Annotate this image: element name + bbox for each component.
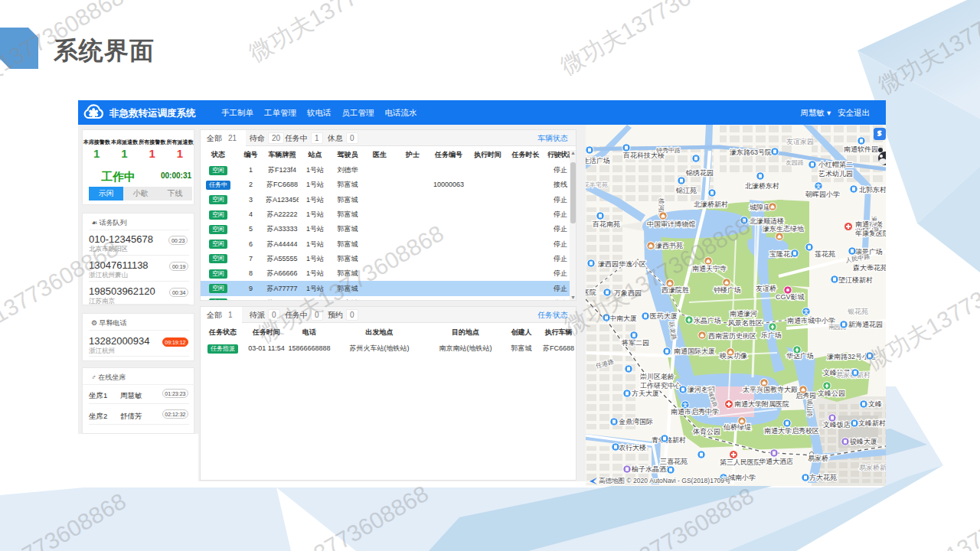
svg-text:文峰新村: 文峰新村 <box>858 419 886 427</box>
svg-text:仙桥绿堤: 仙桥绿堤 <box>723 423 751 431</box>
svg-text:水晶广场: 水晶广场 <box>694 317 721 324</box>
svg-text:锦绣花园: 锦绣花园 <box>685 169 714 177</box>
svg-text:花半宅苑: 花半宅苑 <box>586 181 608 188</box>
svg-text:西南营历史街区: 西南营历史街区 <box>708 332 756 340</box>
svg-text:工作研究中心: 工作研究中心 <box>640 382 681 390</box>
svg-text:三喜花苑: 三喜花苑 <box>660 458 688 465</box>
svg-text:濠东生态绿地: 濠东生态绿地 <box>763 225 804 233</box>
svg-text:濠西书苑: 濠西书苑 <box>655 242 683 249</box>
svg-text:钟秀中路: 钟秀中路 <box>655 147 681 154</box>
svg-text:乐广场: 乐广场 <box>760 331 782 339</box>
svg-text:医院: 医院 <box>586 289 596 296</box>
svg-text:风景名胜区: 风景名胜区 <box>728 319 763 327</box>
svg-text:北濠顺适楼: 北濠顺适楼 <box>750 217 784 225</box>
svg-text:将军二园: 将军二园 <box>621 339 649 347</box>
svg-text:西濠院胜: 西濠院胜 <box>662 286 689 294</box>
svg-text:南通国际大厦: 南通国际大厦 <box>674 347 715 355</box>
svg-text:北濠桥新村: 北濠桥新村 <box>694 201 728 208</box>
svg-text:中国审计博物馆: 中国审计博物馆 <box>647 220 695 228</box>
svg-text:城山路: 城山路 <box>806 398 813 417</box>
svg-text:新海通花园: 新海通花园 <box>848 321 883 328</box>
svg-text:南通市启秀中学: 南通市启秀中学 <box>671 408 719 416</box>
svg-text:太平兴国教寺大殿: 太平兴国教寺大殿 <box>743 386 798 393</box>
svg-text:骏峰大厦: 骏峰大厦 <box>850 438 877 445</box>
svg-text:方大花苑: 方大花苑 <box>809 474 837 481</box>
svg-text:华达广场: 华达广场 <box>786 352 814 360</box>
svg-text:友园路: 友园路 <box>786 159 804 166</box>
svg-text:森大蒂花苑南区: 森大蒂花苑南区 <box>853 264 886 272</box>
svg-text:南通大学启秀校区: 南通大学启秀校区 <box>764 427 819 435</box>
svg-text:城南小学: 城南小学 <box>727 474 756 481</box>
svg-text:百花南苑: 百花南苑 <box>592 220 620 228</box>
svg-text:南通软件园: 南通软件园 <box>844 145 878 153</box>
svg-text:濠西园华逸小区: 濠西园华逸小区 <box>598 260 646 268</box>
svg-text:锦江苑: 锦江苑 <box>675 187 697 194</box>
svg-text:第三人民医院: 第三人民医院 <box>720 458 761 466</box>
svg-text:农行大楼: 农行大楼 <box>619 444 646 452</box>
svg-text:医药大厦: 医药大厦 <box>650 312 678 320</box>
svg-text:青年路新村: 青年路新村 <box>652 436 686 444</box>
svg-text:濠东路63号院: 濠东路63号院 <box>730 148 772 156</box>
svg-text:友谊桥: 友谊桥 <box>756 285 776 292</box>
svg-text:莲花苑: 莲花苑 <box>815 250 835 258</box>
svg-text:北濠桥东村: 北濠桥东村 <box>745 182 779 190</box>
svg-text:南通濠河: 南通濠河 <box>730 310 757 318</box>
svg-text:文峰饭店: 文峰饭店 <box>823 421 851 429</box>
svg-text:银花苑: 银花苑 <box>848 308 868 315</box>
svg-text:小红帽第二: 小红帽第二 <box>818 161 853 168</box>
svg-text:北郭东村北: 北郭东村北 <box>859 186 886 194</box>
svg-text:城隍庙: 城隍庙 <box>749 204 770 211</box>
svg-text:南通天宁寺: 南通天宁寺 <box>692 265 727 272</box>
svg-text:钟楼广场: 钟楼广场 <box>714 286 741 294</box>
svg-text:易家桥新村: 易家桥新村 <box>859 464 886 471</box>
svg-text:朝晖园小学: 朝晖园小学 <box>805 191 840 198</box>
svg-text:艺术幼儿园: 艺术幼儿园 <box>818 170 853 178</box>
svg-text:友谊家园: 友谊家园 <box>786 138 814 145</box>
svg-text:望江楼新村: 望江楼新村 <box>838 276 873 284</box>
svg-text:年康复医院: 年康复医院 <box>855 230 886 237</box>
svg-text:文峰: 文峰 <box>868 400 882 408</box>
svg-text:崇川区老龄: 崇川区老龄 <box>640 373 675 380</box>
svg-text:华通大酒店: 华通大酒店 <box>759 458 793 465</box>
svg-text:金鼎湾国际: 金鼎湾国际 <box>619 418 653 425</box>
svg-text:中南大厦: 中南大厦 <box>609 315 637 322</box>
svg-text:南通大学附属医院: 南通大学附属医院 <box>734 400 789 408</box>
svg-text:文峰公园: 文峰公园 <box>818 390 845 397</box>
svg-text:易家桥: 易家桥 <box>808 455 828 462</box>
svg-text:生活广场: 生活广场 <box>586 157 610 165</box>
svg-text:万象西园: 万象西园 <box>614 289 642 297</box>
svg-text:CGV影城: CGV影城 <box>776 293 805 301</box>
svg-text:体育公园: 体育公园 <box>693 428 720 435</box>
svg-text:高德地图 © 2020 AutoNavi - GS(2018: 高德地图 © 2020 AutoNavi - GS(2018)1709号 <box>599 477 731 484</box>
svg-text:方天大厦: 方天大厦 <box>632 390 659 397</box>
